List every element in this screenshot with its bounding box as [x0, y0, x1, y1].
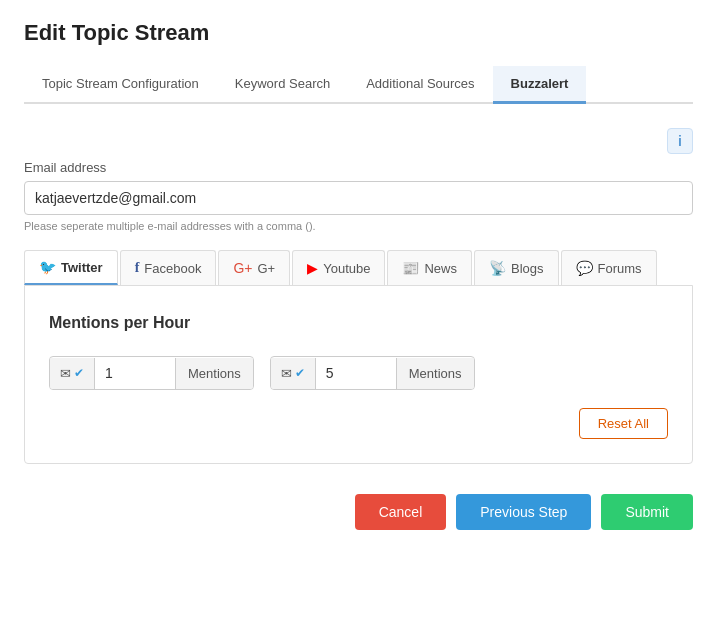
cancel-button[interactable]: Cancel — [355, 494, 447, 530]
mentions-label-1: Mentions — [175, 358, 253, 389]
mentions-group-1: ✉ ✔ Mentions — [49, 356, 254, 390]
twitter-icon: 🐦 — [39, 259, 56, 275]
mentions-label-2: Mentions — [396, 358, 474, 389]
source-tab-youtube[interactable]: ▶ Youtube — [292, 250, 385, 285]
news-icon: 📰 — [402, 260, 419, 276]
source-tab-facebook[interactable]: f Facebook — [120, 250, 217, 285]
mentions-icon-1: ✉ ✔ — [50, 358, 95, 389]
page-title: Edit Topic Stream — [24, 20, 693, 46]
footer-buttons: Cancel Previous Step Submit — [24, 494, 693, 530]
info-icon[interactable]: i — [667, 128, 693, 154]
envelope-icon-1: ✉ — [60, 366, 71, 381]
tab-content-box: Mentions per Hour ✉ ✔ Mentions ✉ ✔ Menti… — [24, 285, 693, 464]
source-tab-twitter[interactable]: 🐦 Twitter — [24, 250, 118, 285]
source-tab-gplus[interactable]: G+ G+ — [218, 250, 290, 285]
source-tabs: 🐦 Twitter f Facebook G+ G+ ▶ Youtube 📰 N… — [24, 250, 693, 285]
source-tab-twitter-label: Twitter — [61, 260, 103, 275]
mentions-icon-2: ✉ ✔ — [271, 358, 316, 389]
check-icon-2: ✔ — [295, 366, 305, 380]
tab-additional-sources[interactable]: Additional Sources — [348, 66, 492, 104]
forums-icon: 💬 — [576, 260, 593, 276]
main-tabs: Topic Stream Configuration Keyword Searc… — [24, 66, 693, 104]
mentions-title: Mentions per Hour — [49, 314, 668, 332]
email-label: Email address — [24, 160, 693, 175]
tab-topic-stream-config[interactable]: Topic Stream Configuration — [24, 66, 217, 104]
source-tab-facebook-label: Facebook — [144, 261, 201, 276]
facebook-icon: f — [135, 260, 140, 276]
mentions-input-2[interactable] — [316, 357, 396, 389]
tab-keyword-search[interactable]: Keyword Search — [217, 66, 348, 104]
email-hint: Please seperate multiple e-mail addresse… — [24, 220, 693, 232]
blogs-icon: 📡 — [489, 260, 506, 276]
check-icon-1: ✔ — [74, 366, 84, 380]
submit-button[interactable]: Submit — [601, 494, 693, 530]
mentions-input-1[interactable] — [95, 357, 175, 389]
envelope-icon-2: ✉ — [281, 366, 292, 381]
source-tab-news-label: News — [424, 261, 457, 276]
gplus-icon: G+ — [233, 260, 252, 276]
source-tab-gplus-label: G+ — [258, 261, 276, 276]
source-tab-youtube-label: Youtube — [323, 261, 370, 276]
source-tab-blogs-label: Blogs — [511, 261, 544, 276]
tab-buzzalert[interactable]: Buzzalert — [493, 66, 587, 104]
source-tab-blogs[interactable]: 📡 Blogs — [474, 250, 559, 285]
youtube-icon: ▶ — [307, 260, 318, 276]
source-tab-forums-label: Forums — [598, 261, 642, 276]
source-tab-forums[interactable]: 💬 Forums — [561, 250, 657, 285]
mentions-group-2: ✉ ✔ Mentions — [270, 356, 475, 390]
email-input[interactable] — [24, 181, 693, 215]
previous-step-button[interactable]: Previous Step — [456, 494, 591, 530]
source-tab-news[interactable]: 📰 News — [387, 250, 472, 285]
mentions-row: ✉ ✔ Mentions ✉ ✔ Mentions — [49, 356, 668, 390]
reset-all-button[interactable]: Reset All — [579, 408, 668, 439]
